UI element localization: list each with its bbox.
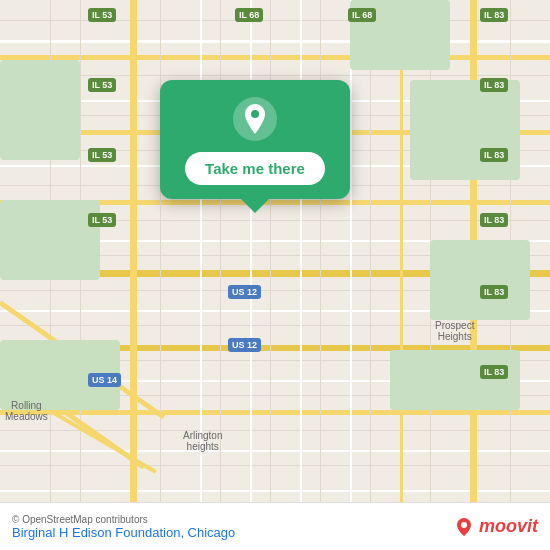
badge-il83-4: IL 83 [480, 213, 508, 227]
badge-il83-3: IL 83 [480, 148, 508, 162]
svg-point-1 [251, 110, 259, 118]
badge-il53-4: IL 53 [88, 213, 116, 227]
highway-h1 [0, 55, 550, 60]
svg-point-2 [461, 522, 467, 528]
green-area-6 [430, 240, 530, 320]
badge-us14: US 14 [88, 373, 121, 387]
street-h7 [0, 450, 550, 452]
minor-v1 [160, 0, 161, 550]
badge-il68-2: IL 68 [348, 8, 376, 22]
street-h [0, 40, 550, 43]
badge-us12-2: US 12 [228, 338, 261, 352]
street-v5-yellow [400, 0, 403, 550]
green-area-1 [0, 60, 80, 160]
moovit-brand-text: moovit [479, 516, 538, 537]
location-pin-icon [232, 96, 278, 142]
badge-il83-2: IL 83 [480, 78, 508, 92]
badge-il83-1: IL 83 [480, 8, 508, 22]
badge-il53-2: IL 53 [88, 78, 116, 92]
green-area-2 [0, 200, 100, 280]
badge-us12-1: US 12 [228, 285, 261, 299]
badge-il83-6: IL 83 [480, 365, 508, 379]
street-h8 [0, 490, 550, 492]
label-arlington-heights: Arlingtonheights [183, 430, 222, 452]
green-area-5 [410, 80, 520, 180]
minor-h1 [0, 20, 550, 21]
place-name[interactable]: Birginal H Edison Foundation, Chicago [12, 525, 235, 540]
bottom-bar: © OpenStreetMap contributors Birginal H … [0, 502, 550, 550]
label-prospect-heights: ProspectHeights [435, 320, 474, 342]
minor-h2 [0, 75, 550, 76]
highway-h4 [0, 410, 550, 415]
badge-il53-3: IL 53 [88, 148, 116, 162]
take-me-there-button[interactable]: Take me there [185, 152, 325, 185]
minor-v5 [370, 0, 371, 550]
minor-h13 [0, 465, 550, 466]
badge-il53-1: IL 53 [88, 8, 116, 22]
moovit-logo[interactable]: moovit [453, 516, 538, 538]
label-rolling-meadows: RollingMeadows [5, 400, 48, 422]
map-attribution: © OpenStreetMap contributors [12, 514, 235, 525]
badge-il83-5: IL 83 [480, 285, 508, 299]
il53-road [130, 0, 137, 550]
popup-card: Take me there [160, 80, 350, 199]
badge-il68-1: IL 68 [235, 8, 263, 22]
bottom-left: © OpenStreetMap contributors Birginal H … [12, 514, 235, 540]
map-container: IL 53 IL 68 IL 68 IL 83 IL 53 IL 83 IL 5… [0, 0, 550, 550]
green-area-7 [390, 350, 520, 410]
street-v4 [350, 0, 352, 550]
moovit-pin-icon [453, 516, 475, 538]
